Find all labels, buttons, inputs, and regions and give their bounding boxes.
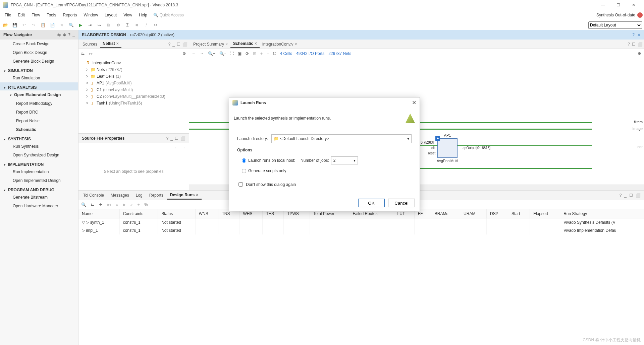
undo-icon[interactable]: ↶ (21, 22, 28, 28)
nav-section[interactable]: PROGRAM AND DEBUG (0, 185, 78, 193)
nav-back-icon[interactable]: ← (192, 51, 196, 56)
paste-icon[interactable]: 📄 (49, 22, 56, 28)
nav-item[interactable]: Open Hardware Manager (0, 202, 78, 210)
forward-icon[interactable]: → (181, 145, 185, 150)
copy-icon[interactable]: 📋 (40, 22, 46, 28)
col-header[interactable]: URAM (460, 209, 487, 218)
menu-tools[interactable]: Tools (43, 10, 59, 20)
zoom-out-icon[interactable]: 🔍- (219, 51, 226, 56)
tab-project-summary[interactable]: Project Summary× (191, 41, 230, 48)
expand-icon[interactable]: + (435, 136, 440, 141)
back-icon[interactable]: ← (174, 145, 178, 150)
col-header[interactable]: Start (508, 209, 530, 218)
table-row[interactable]: ▽ ▷ synth_1constrs_1Not startedVivado Sy… (78, 218, 644, 227)
minimize-icon[interactable]: _ (172, 42, 175, 47)
tab-messages[interactable]: Messages (107, 192, 132, 199)
tree-row[interactable]: >📁Nets (226787) (81, 66, 186, 73)
link-icon[interactable]: ✂ (152, 22, 159, 28)
launch-dir-select[interactable]: 📁<Default Launch Directory> ▾ (271, 134, 412, 143)
cancel-icon[interactable]: ✖ (133, 22, 140, 28)
menu-file[interactable]: File (1, 10, 14, 20)
close-tab-icon[interactable]: × (255, 41, 257, 46)
nav-item[interactable]: Run Implementation (0, 167, 78, 176)
nav-section[interactable]: SIMULATION (0, 66, 78, 74)
minimize-icon[interactable]: _ (170, 136, 173, 141)
tree-row[interactable]: >▯C2 (convLayerMulti__parameterized0) (81, 93, 186, 100)
step-icon[interactable]: ⇥ (87, 22, 93, 28)
open-icon[interactable]: 📂 (2, 22, 9, 28)
menu-help[interactable]: Help (136, 10, 151, 20)
gear-icon[interactable]: ⚙ (182, 51, 186, 56)
menu-edit[interactable]: Edit (14, 10, 28, 20)
jobs-select[interactable]: 2▾ (331, 156, 358, 164)
menu-layout[interactable]: Layout (101, 10, 120, 20)
search-icon[interactable]: 🔍 (81, 202, 86, 207)
gear-icon[interactable]: ⚙ (638, 51, 641, 56)
quick-access[interactable]: 🔍Quick Access (153, 13, 184, 17)
delete-icon[interactable]: ✕ (58, 22, 65, 28)
nav-item[interactable]: Run Synthesis (0, 142, 78, 151)
zoom-area-icon[interactable]: ▣ (238, 51, 241, 56)
tab-log[interactable]: Log (132, 192, 146, 199)
tree-row[interactable]: >▯AP1 (AvgPoolMulti) (81, 80, 186, 86)
collapse-icon[interactable]: ⇆ (91, 202, 94, 207)
tab-tcl[interactable]: Tcl Console (80, 192, 107, 199)
col-header[interactable]: WNS (195, 209, 218, 218)
sigma-icon[interactable]: Σ (124, 22, 131, 28)
minus-icon[interactable]: – (267, 51, 269, 56)
tab-design-runs[interactable]: Design Runs× (167, 191, 202, 200)
tree-row[interactable]: >▯C1 (convLayerMulti) (81, 86, 186, 93)
close-tab-icon[interactable]: × (116, 41, 119, 46)
tab-netlist[interactable]: Netlist× (100, 40, 121, 48)
table-row[interactable]: ▷ impl_1constrs_1Not startedVivado Imple… (78, 226, 644, 234)
next-icon[interactable]: » (130, 202, 133, 207)
tab-sources[interactable]: Sources (80, 41, 100, 48)
restore-icon[interactable]: ☐ (629, 193, 633, 198)
add-run-icon[interactable]: + (137, 202, 140, 207)
doc-icon[interactable]: 🗎 (105, 22, 112, 28)
settings-icon[interactable]: ⚙ (115, 22, 121, 28)
add-icon[interactable]: ⊞ (253, 51, 256, 56)
prev-icon[interactable]: « (116, 202, 118, 207)
zoom-fit-icon[interactable]: ⛶ (230, 51, 234, 56)
restore-icon[interactable]: ☐ (177, 42, 180, 47)
nav-item[interactable]: Generate Block Design (0, 57, 78, 66)
ok-button[interactable]: OK (358, 199, 385, 207)
tab-schematic[interactable]: Schematic× (230, 40, 260, 48)
col-header[interactable]: Constraints (119, 209, 158, 218)
nav-item[interactable]: Run Simulation (0, 74, 78, 82)
nav-item[interactable]: Open Synthesized Design (0, 151, 78, 159)
zoom-in-icon[interactable]: 🔍+ (208, 51, 215, 56)
maximize-icon[interactable]: ⬜ (182, 42, 187, 47)
menu-reports[interactable]: Reports (59, 10, 80, 20)
warning-icon[interactable]: ! (637, 12, 643, 18)
close-icon[interactable]: ✕ (637, 32, 641, 37)
nav-section[interactable]: IMPLEMENTATION (0, 159, 78, 167)
restore-icon[interactable]: ☐ (632, 42, 636, 47)
expand-icon[interactable]: ≑ (99, 202, 102, 207)
dont-show-checkbox[interactable] (238, 182, 243, 187)
menu-view[interactable]: View (120, 10, 136, 20)
nav-item[interactable]: Report Methodology (0, 99, 78, 108)
play-icon[interactable]: ▶ (123, 202, 126, 207)
menu-window[interactable]: Window (80, 10, 101, 20)
cells-link[interactable]: 4 Cells (280, 51, 292, 56)
help-icon[interactable]: ? (68, 32, 70, 37)
nav-item[interactable]: Open Block Design (0, 48, 78, 57)
tree-row[interactable]: RintegrationConv (81, 60, 186, 66)
first-icon[interactable]: ⏮ (107, 202, 111, 207)
minimize-button[interactable]: — (595, 0, 610, 10)
nav-item[interactable]: Create Block Design (0, 40, 78, 48)
help-icon[interactable]: ? (628, 42, 630, 47)
help-icon[interactable]: ? (166, 136, 169, 141)
io-link[interactable]: 49042 I/O Ports (296, 51, 324, 56)
block-ap1[interactable]: AP1 + apInput[0:75263] clk reset apOutpu… (437, 138, 458, 158)
plus-icon[interactable]: + (260, 51, 263, 56)
close-tab-icon[interactable]: × (295, 42, 297, 47)
nav-item[interactable]: Report Noise (0, 117, 78, 125)
save-icon[interactable]: 💾 (11, 22, 18, 28)
col-header[interactable]: Run Strategy (560, 209, 644, 218)
maximize-icon[interactable]: ⬜ (638, 42, 643, 47)
collapse-icon[interactable]: ⇆ (57, 32, 61, 37)
col-header[interactable]: Status (158, 209, 196, 218)
